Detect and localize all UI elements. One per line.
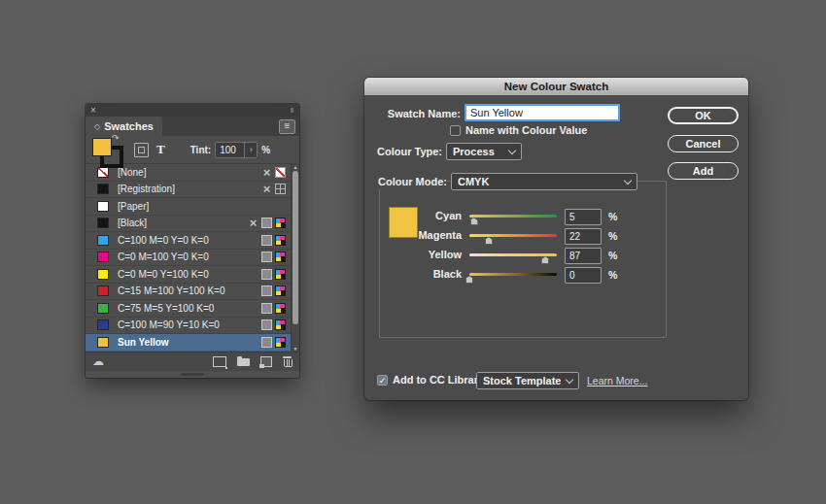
name-with-colour-value-checkbox[interactable] <box>450 125 461 136</box>
swatch-row-icons <box>248 252 286 262</box>
slider-value-field[interactable]: 0 <box>565 267 602 284</box>
colour-mode-label: Colour Mode: <box>364 175 447 189</box>
swatch-chip <box>97 286 109 296</box>
fill-indicator[interactable] <box>92 138 112 156</box>
swatch-name-input[interactable] <box>465 104 620 121</box>
swatch-chip <box>97 184 109 194</box>
slider-track[interactable] <box>469 234 557 237</box>
swatch-row-icons: × <box>248 184 286 194</box>
cmyk-icon <box>275 235 286 246</box>
swatch-name: C=75 M=5 Y=100 K=0 <box>118 303 248 314</box>
colour-type-label: Colour Type: <box>364 145 442 159</box>
panel-menu-icon[interactable] <box>279 119 295 134</box>
swatch-row[interactable]: C=15 M=100 Y=100 K=0 <box>86 284 299 301</box>
swatch-row[interactable]: [Registration]× <box>86 182 299 199</box>
swatches-tab[interactable]: ◇ Swatches <box>86 117 162 136</box>
slider-handle[interactable] <box>465 276 473 284</box>
formatting-affects-container-button[interactable] <box>134 143 149 157</box>
process-colour-icon <box>261 235 272 246</box>
swatch-list: [None]×[Registration]×[Paper][Black]×C=1… <box>86 164 299 352</box>
tint-control: Tint: 100 › % <box>190 142 270 158</box>
swap-fill-stroke-icon[interactable]: ↷ <box>112 133 120 143</box>
swatches-tab-label: Swatches <box>104 120 154 132</box>
cmyk-icon <box>275 269 286 280</box>
slider-value-field[interactable]: 22 <box>565 228 602 245</box>
panel-title-bar[interactable]: × ‖ <box>86 104 299 117</box>
slider-track[interactable] <box>469 253 557 256</box>
swatch-row-icons <box>248 303 286 314</box>
slider-track[interactable] <box>469 273 557 276</box>
scroll-down-icon[interactable]: ▼ <box>292 346 299 352</box>
tint-stepper-icon[interactable]: › <box>244 143 257 157</box>
swatch-name: C=0 M=0 Y=100 K=0 <box>118 269 248 280</box>
slider-handle[interactable] <box>485 237 493 245</box>
panel-close-icon[interactable]: × <box>90 104 96 117</box>
swatch-name: [Registration] <box>118 184 248 194</box>
process-colour-icon <box>261 269 272 280</box>
swatch-row-icons <box>248 235 286 246</box>
swatch-row[interactable]: C=0 M=100 Y=0 K=0 <box>86 250 299 267</box>
swatch-chip <box>97 201 109 212</box>
ok-button[interactable]: OK <box>668 107 739 124</box>
tint-label: Tint: <box>190 145 211 155</box>
swatch-name: [Black] <box>118 218 248 228</box>
scrollbar[interactable]: ▲ ▼ <box>291 164 299 352</box>
panel-cycle-icon: ◇ <box>94 122 100 131</box>
cc-library-dropdown[interactable]: Stock Templates <box>476 372 579 389</box>
delete-swatch-icon[interactable] <box>283 356 292 367</box>
slider-value-field[interactable]: 87 <box>565 248 602 264</box>
panel-collapse-icon[interactable]: ‖ <box>291 104 294 117</box>
slider-handle[interactable] <box>541 256 549 264</box>
swatch-row-icons: × <box>248 218 286 228</box>
scrollbar-thumb[interactable] <box>293 171 298 324</box>
process-colour-icon <box>261 252 272 262</box>
new-colour-group-icon[interactable] <box>237 358 250 366</box>
slider-handle[interactable] <box>470 218 478 225</box>
colour-mode-dropdown[interactable]: CMYK <box>451 173 637 190</box>
add-to-cc-library-checkbox[interactable] <box>377 375 388 386</box>
tint-value-field[interactable]: 100 <box>216 143 244 157</box>
swatch-row[interactable]: C=0 M=0 Y=100 K=0 <box>86 266 299 284</box>
colour-type-dropdown[interactable]: Process <box>446 143 522 160</box>
percent-label: % <box>608 230 617 242</box>
name-with-colour-value-label: Name with Colour Value <box>465 123 640 138</box>
slider-row: Black0% <box>379 265 652 285</box>
swatch-chip <box>97 167 109 178</box>
slider-value-field[interactable]: 5 <box>565 209 602 225</box>
cc-library-value: Stock Templates <box>483 375 561 386</box>
scroll-up-icon[interactable]: ▲ <box>292 164 299 170</box>
swatch-row[interactable]: C=100 M=0 Y=0 K=0 <box>86 232 299 250</box>
swatch-row[interactable]: [Paper] <box>86 198 299 216</box>
process-colour-icon <box>261 337 272 348</box>
swatch-name: C=100 M=0 Y=0 K=0 <box>118 235 248 246</box>
slider-track[interactable] <box>469 215 557 218</box>
learn-more-link[interactable]: Learn More... <box>587 375 647 386</box>
slider-label: Cyan <box>379 210 462 221</box>
swatch-name: [None] <box>118 167 248 178</box>
swatch-name: C=15 M=100 Y=100 K=0 <box>118 286 248 296</box>
swatch-row[interactable]: [Black]× <box>86 216 299 233</box>
swatch-row-icons <box>248 319 286 330</box>
slider-row: Yellow87% <box>379 246 652 265</box>
add-button[interactable]: Add <box>668 162 739 180</box>
cc-libraries-icon[interactable]: ☁ <box>92 355 104 367</box>
swatch-chip <box>97 218 109 228</box>
new-colour-swatch-dialog: New Colour Swatch Swatch Name: Name with… <box>364 78 748 400</box>
swatch-views-icon[interactable] <box>213 356 226 367</box>
formatting-affects-text-button[interactable]: T <box>156 142 165 157</box>
colour-mode-value: CMYK <box>458 176 619 187</box>
panel-footer: ☁ <box>86 352 299 371</box>
swatch-row[interactable]: C=100 M=90 Y=10 K=0 <box>86 318 299 335</box>
no-edit-icon: × <box>261 184 272 194</box>
cancel-button[interactable]: Cancel <box>668 135 739 152</box>
new-swatch-icon[interactable] <box>260 356 272 367</box>
swatch-name: Sun Yellow <box>118 337 248 348</box>
swatch-row[interactable]: C=75 M=5 Y=100 K=0 <box>86 300 299 318</box>
swatch-row[interactable]: Sun Yellow <box>86 334 299 352</box>
tint-field: 100 › <box>215 142 258 158</box>
percent-label: % <box>608 250 617 261</box>
desktop: × ‖ ◇ Swatches ↷ T Tint: 100 › <box>0 0 826 504</box>
none-icon <box>275 167 286 178</box>
swatch-chip <box>97 303 109 314</box>
panel-resize-grip[interactable] <box>86 371 299 378</box>
